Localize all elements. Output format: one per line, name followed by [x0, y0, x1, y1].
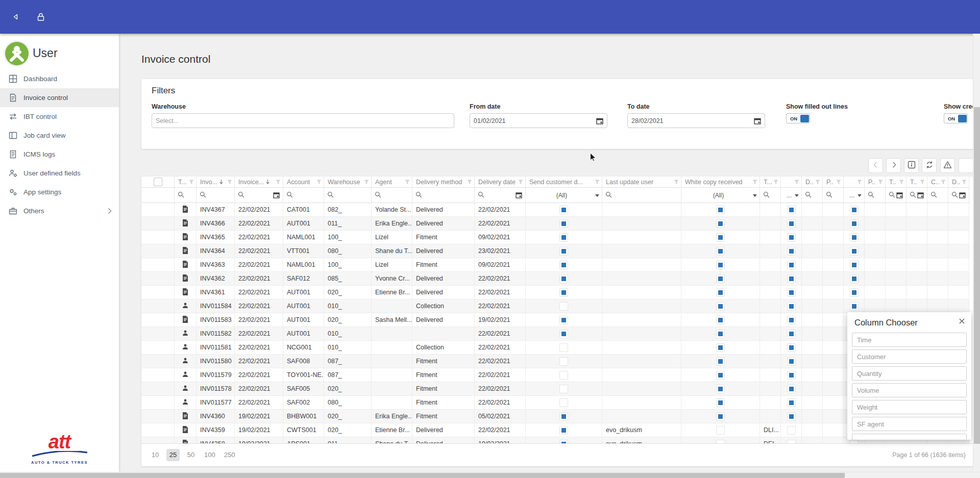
row-checkbox[interactable]: [787, 440, 796, 444]
search-icon[interactable]: [951, 191, 958, 199]
calendar-icon[interactable]: [754, 117, 761, 124]
row-checkbox[interactable]: [787, 219, 796, 228]
row-checkbox[interactable]: [559, 302, 568, 311]
cell-white-copy-received[interactable]: [681, 423, 760, 437]
sidebar-item-icms-logs[interactable]: ICMS logs: [0, 145, 119, 164]
page-size-50[interactable]: 50: [184, 449, 198, 461]
cell-white-copy-received[interactable]: [681, 327, 760, 340]
row-checkbox[interactable]: [559, 233, 568, 242]
cell-send-customer[interactable]: [526, 217, 602, 230]
filter-icon[interactable]: [673, 180, 679, 185]
filter-cell-col-d1[interactable]: [802, 188, 823, 203]
cell-send-customer[interactable]: [526, 231, 602, 244]
dropdown-caret-icon[interactable]: [753, 194, 757, 197]
search-icon[interactable]: [763, 191, 770, 199]
filter-cell-col-c1[interactable]: [927, 188, 948, 203]
filter-icon[interactable]: [315, 180, 322, 185]
row-checkbox[interactable]: [716, 398, 725, 407]
filter-cell-white-copy-received[interactable]: (All): [681, 188, 760, 203]
cell-col-b2[interactable]: [844, 217, 865, 230]
search-icon[interactable]: [200, 191, 206, 199]
vertical-scrollbar-thumb[interactable]: [974, 107, 980, 444]
table-row[interactable]: INV436122/02/2021AUT001020_Etienne Br...…: [141, 286, 969, 299]
cell-col-b1[interactable]: [781, 327, 802, 340]
filter-icon[interactable]: [404, 180, 410, 185]
column-header-invoice-number[interactable]: Invo...: [197, 177, 235, 187]
search-icon[interactable]: [327, 191, 334, 199]
table-row[interactable]: INV436522/02/2021NAML001100_LizelFitment…: [141, 231, 969, 244]
cell-col-b1[interactable]: [781, 258, 802, 271]
cell-white-copy-received[interactable]: [681, 231, 760, 244]
page-size-25[interactable]: 25: [166, 449, 180, 461]
filter-icon[interactable]: [226, 180, 232, 185]
row-checkbox[interactable]: [787, 371, 796, 380]
cell-col-b1[interactable]: [781, 437, 802, 444]
search-icon[interactable]: [889, 191, 895, 199]
table-row[interactable]: INV01158322/02/2021AUT001020_Sasha Mell.…: [141, 313, 969, 327]
cell-send-customer[interactable]: [526, 313, 602, 326]
calendar-icon[interactable]: [896, 192, 903, 198]
chooser-item-time[interactable]: Time: [852, 333, 967, 347]
filter-cell-col-b2[interactable]: ...: [844, 188, 865, 203]
row-checkbox[interactable]: [787, 302, 796, 311]
row-checkbox[interactable]: [716, 426, 725, 435]
sidebar-item-app-settings[interactable]: App settings: [0, 183, 119, 202]
row-checkbox[interactable]: [559, 206, 568, 214]
search-icon[interactable]: [930, 191, 937, 199]
cell-white-copy-received[interactable]: [681, 244, 760, 258]
row-checkbox[interactable]: [787, 426, 796, 435]
row-checkbox[interactable]: [850, 219, 859, 228]
warning-button[interactable]: [940, 158, 955, 173]
filter-icon[interactable]: [751, 180, 757, 185]
filter-cell-col-d2[interactable]: [948, 188, 969, 203]
filter-cell-col-p2[interactable]: [865, 188, 886, 203]
cell-send-customer[interactable]: [526, 382, 602, 395]
row-checkbox[interactable]: [716, 371, 725, 380]
column-header-account[interactable]: Account: [283, 177, 324, 187]
row-checkbox[interactable]: [787, 385, 796, 393]
cell-send-customer[interactable]: [526, 203, 602, 216]
cell-col-b1[interactable]: [781, 341, 802, 354]
cell-col-b1[interactable]: [781, 203, 802, 216]
cell-send-customer[interactable]: [526, 272, 602, 285]
row-checkbox[interactable]: [787, 288, 796, 297]
filter-cell-col-t1[interactable]: [760, 188, 781, 203]
row-checkbox[interactable]: [559, 426, 568, 435]
cell-white-copy-received[interactable]: [681, 382, 760, 395]
filter-cell-type[interactable]: [175, 188, 197, 203]
filter-icon[interactable]: [856, 180, 862, 185]
show-filled-toggle[interactable]: ON: [786, 113, 810, 123]
calendar-icon[interactable]: [516, 192, 522, 198]
cell-col-b1[interactable]: [781, 231, 802, 244]
row-checkbox[interactable]: [787, 233, 796, 242]
search-icon[interactable]: [910, 191, 916, 199]
cell-col-b1[interactable]: [781, 244, 802, 258]
warehouse-select[interactable]: [152, 113, 454, 128]
filter-icon[interactable]: [961, 180, 967, 185]
filter-icon[interactable]: [940, 180, 946, 185]
filter-cell-col-t2[interactable]: [886, 188, 906, 203]
cell-white-copy-received[interactable]: [681, 286, 760, 299]
filter-icon[interactable]: [814, 180, 820, 185]
column-header-type[interactable]: T...: [175, 177, 197, 187]
table-row[interactable]: INV01158222/02/2021AUT001010_22/02/2021: [141, 327, 969, 341]
calendar-icon[interactable]: [596, 117, 603, 124]
table-row[interactable]: INV01158122/02/2021NCG001010_Collection2…: [141, 341, 969, 355]
from-date-field[interactable]: [470, 113, 607, 128]
cell-col-b1[interactable]: [781, 299, 802, 313]
refresh-button[interactable]: [922, 158, 937, 173]
row-checkbox[interactable]: [559, 219, 568, 228]
column-header-white-copy-received[interactable]: White copy received: [681, 177, 760, 187]
page-size-250[interactable]: 250: [222, 449, 237, 461]
row-checkbox[interactable]: [716, 247, 725, 256]
table-row[interactable]: INV435819/02/2021APS001011_Shane du T...…: [141, 437, 969, 444]
cell-col-b2[interactable]: [844, 244, 865, 258]
column-header-col-d2[interactable]: D..: [948, 177, 969, 187]
cell-send-customer[interactable]: [526, 355, 602, 368]
row-checkbox[interactable]: [850, 261, 859, 269]
filter-cell-account[interactable]: [283, 188, 324, 203]
cell-col-b1[interactable]: [781, 313, 802, 326]
row-checkbox[interactable]: [559, 398, 568, 407]
calendar-icon[interactable]: [917, 192, 924, 198]
filter-icon[interactable]: [835, 180, 841, 185]
